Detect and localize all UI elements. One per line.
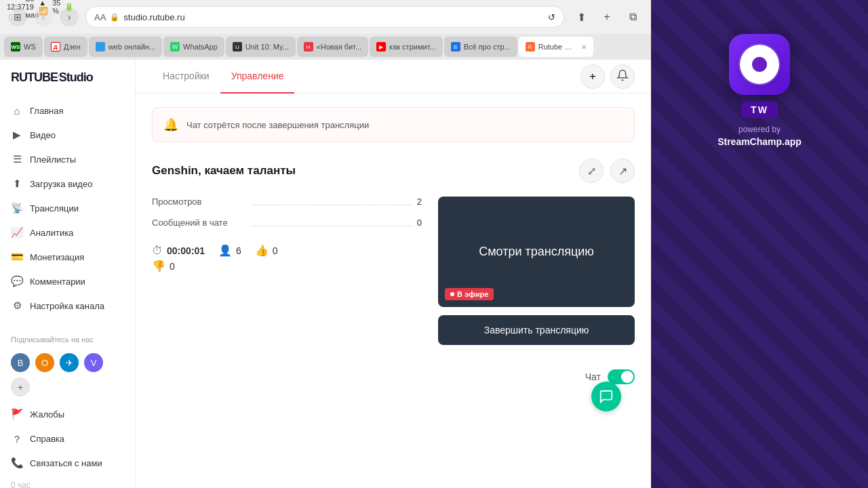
add-button[interactable]: + bbox=[580, 64, 605, 89]
browser-frame: 12:37 Вс 19 мая ▲ 📶 35 % 🔋 ⊞ ‹ › AA 🔒 st… bbox=[0, 0, 651, 488]
favicon-whatsapp: W bbox=[170, 42, 180, 52]
nav-home-label: Главная bbox=[30, 106, 63, 116]
tab-dzen[interactable]: Д Дзен bbox=[44, 37, 87, 57]
nav-video-label: Видео bbox=[30, 130, 56, 140]
tab-control[interactable]: Управление bbox=[220, 60, 295, 94]
favicon-web-online: 🌐 bbox=[96, 42, 105, 52]
nav-item-video[interactable]: ▶ Видео bbox=[0, 123, 135, 147]
stream-right: Смотри трансляцию В эфире Завершить тран… bbox=[438, 197, 635, 345]
stat-messages-value: 0 bbox=[417, 218, 422, 228]
nav-item-comments[interactable]: 💬 Комментарии bbox=[0, 269, 135, 293]
nav-upload-label: Загрузка видео bbox=[30, 179, 92, 189]
toggle-knob bbox=[621, 371, 633, 383]
tab-novaya-bit[interactable]: Н «Новая бит... bbox=[297, 37, 368, 57]
open-stream-button[interactable]: ↗ bbox=[610, 159, 635, 183]
tabs-button[interactable]: ⧉ bbox=[623, 7, 643, 27]
footer-text: 0 час bbox=[0, 475, 135, 488]
tab-rutube-studio-label: Rutube Студ... bbox=[538, 43, 576, 51]
favicon-rutube-studio: R bbox=[526, 42, 535, 52]
tab-settings[interactable]: Настройки bbox=[152, 60, 220, 94]
tab-vsyo-str[interactable]: В Всё про стр... bbox=[444, 37, 517, 57]
stream-info-row: Genshin, качаем таланты ⤢ ↗ bbox=[152, 159, 635, 183]
url-text: studio.rutube.ru bbox=[123, 12, 184, 22]
live-badge-text: В эфире bbox=[457, 290, 488, 298]
metrics-row-2: 👎 0 bbox=[152, 260, 422, 272]
nav-comments-label: Комментарии bbox=[30, 277, 85, 287]
tab-vsyo-str-label: Всё про стр... bbox=[464, 43, 511, 51]
nav-help-label: Справка bbox=[30, 434, 64, 444]
stat-messages: Сообщений в чате 0 bbox=[152, 218, 422, 228]
share-button[interactable]: ⬆ bbox=[571, 7, 591, 27]
status-battery: 35 % bbox=[52, 0, 60, 15]
help-icon: ? bbox=[11, 432, 23, 445]
social-vk[interactable]: В bbox=[11, 353, 30, 372]
back-button[interactable]: ‹ bbox=[34, 7, 53, 26]
viewers-icon: 👤 bbox=[218, 244, 232, 257]
nav-streams-label: Трансляции bbox=[30, 203, 79, 214]
social-links: В О ✈ V + bbox=[0, 348, 135, 402]
upload-icon: ⬆ bbox=[11, 178, 23, 190]
bottom-nav: 🚩 Жалобы ? Справка 📞 Связаться с нами 0 … bbox=[0, 402, 135, 488]
nav-item-playlists[interactable]: ☰ Плейлисты bbox=[0, 147, 135, 171]
social-ok[interactable]: О bbox=[35, 353, 54, 372]
address-bar[interactable]: AA 🔒 studio.rutube.ru ↺ bbox=[85, 6, 564, 28]
sidebar: RUTUBE'Studio ⌂ Главная ▶ Видео ☰ Плейли… bbox=[0, 60, 136, 488]
nav-analytics-label: Аналитика bbox=[30, 228, 73, 238]
stream-title: Genshin, качаем таланты bbox=[152, 164, 296, 178]
tab-unit10[interactable]: U Unit 10: Му... bbox=[226, 37, 296, 57]
nav-item-channel-settings[interactable]: ⚙ Настройка канала bbox=[0, 293, 135, 318]
metric-timer: ⏱ 00:00:01 bbox=[152, 244, 205, 257]
chat-float-button[interactable] bbox=[591, 382, 621, 411]
comments-icon: 💬 bbox=[11, 275, 23, 287]
dislikes-icon: 👎 bbox=[152, 260, 165, 272]
nav-playlists-label: Плейлисты bbox=[30, 155, 76, 165]
metric-likes: 👍 0 bbox=[255, 244, 278, 257]
main-content: Настройки Управление + 🔔 Чат bbox=[136, 60, 651, 488]
nav-item-streams[interactable]: 📡 Трансляции bbox=[0, 196, 135, 220]
tab-web-online[interactable]: 🌐 web онлайн... bbox=[89, 37, 162, 57]
streamchamp-ring bbox=[738, 43, 781, 85]
nav-item-analytics[interactable]: 📈 Аналитика bbox=[0, 220, 135, 245]
stat-dots-messages bbox=[252, 220, 412, 226]
end-stream-button[interactable]: Завершить трансляцию bbox=[438, 315, 635, 345]
nav-item-home[interactable]: ⌂ Главная bbox=[0, 98, 135, 123]
nav-item-upload[interactable]: ⬆ Загрузка видео bbox=[0, 171, 135, 196]
browser-actions: ⬆ + ⧉ bbox=[571, 7, 643, 27]
streamchamp-panel: TW powered by StreamChamp.app bbox=[651, 0, 868, 488]
content-tabs: Настройки Управление + bbox=[136, 60, 651, 94]
streamchamp-logo-inner bbox=[736, 41, 783, 88]
aa-text: AA bbox=[94, 12, 106, 22]
nav-item-complaints[interactable]: 🚩 Жалобы bbox=[0, 402, 135, 426]
share-stream-button[interactable]: ⤢ bbox=[579, 159, 604, 183]
notification-button[interactable] bbox=[610, 64, 635, 89]
nav-item-contact[interactable]: 📞 Связаться с нами bbox=[0, 451, 135, 475]
reload-icon[interactable]: ↺ bbox=[548, 12, 555, 22]
chat-label: Чат bbox=[585, 371, 601, 382]
home-icon: ⌂ bbox=[11, 104, 23, 117]
social-viber[interactable]: V bbox=[84, 353, 103, 372]
metric-timer-value: 00:00:01 bbox=[167, 245, 205, 256]
tab-ws[interactable]: WS WS bbox=[4, 37, 43, 57]
social-tg[interactable]: ✈ bbox=[60, 353, 79, 372]
tab-whatsapp-label: WhatsApp bbox=[183, 43, 218, 51]
timer-icon: ⏱ bbox=[152, 245, 163, 257]
favicon-ws: WS bbox=[11, 42, 20, 52]
tab-kak-strim[interactable]: ▶ как стримит... bbox=[370, 37, 443, 57]
nav-item-monetize[interactable]: 💳 Монетизация bbox=[0, 245, 135, 269]
streamchamp-logo bbox=[729, 34, 790, 95]
tab-whatsapp[interactable]: W WhatsApp bbox=[163, 37, 224, 57]
follow-us-label: Подписывайтесь на нас bbox=[0, 331, 135, 348]
tab-close-icon[interactable]: ✕ bbox=[581, 43, 587, 51]
nav-item-help[interactable]: ? Справка bbox=[0, 426, 135, 451]
new-tab-button[interactable]: + bbox=[597, 7, 617, 27]
content-body: 🔔 Чат сотрётся после завершения трансляц… bbox=[136, 94, 651, 359]
stream-columns: Просмотров 2 Сообщений в чате 0 bbox=[152, 197, 635, 345]
tab-unit10-label: Unit 10: Му... bbox=[245, 43, 289, 51]
tab-novaya-bit-label: «Новая бит... bbox=[317, 43, 361, 51]
metric-dislikes: 👎 0 bbox=[152, 260, 175, 272]
metric-dislikes-value: 0 bbox=[170, 261, 175, 272]
social-add[interactable]: + bbox=[11, 378, 30, 396]
browser-topbar: ⊞ ‹ › AA 🔒 studio.rutube.ru ↺ ⬆ + ⧉ bbox=[0, 0, 651, 34]
complaints-icon: 🚩 bbox=[11, 408, 23, 420]
tab-rutube-studio[interactable]: R Rutube Студ... ✕ bbox=[519, 37, 593, 57]
